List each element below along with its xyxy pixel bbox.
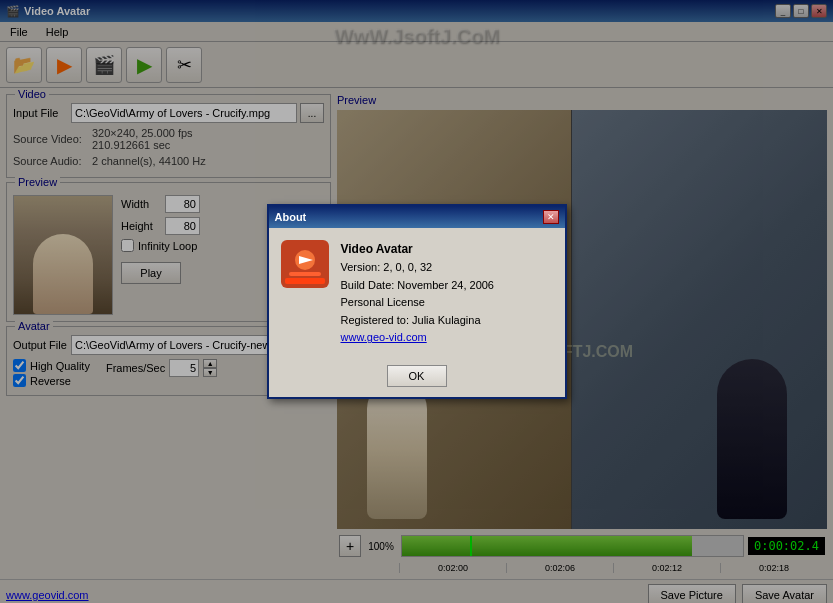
dialog-title: About	[275, 211, 307, 223]
svg-rect-4	[285, 278, 325, 284]
dialog-website-link[interactable]: www.geo-vid.com	[341, 331, 427, 343]
svg-rect-3	[289, 272, 321, 276]
dialog-version: Version: 2, 0, 0, 32	[341, 259, 553, 277]
dialog-license: Personal License	[341, 294, 553, 312]
dialog-title-bar: About ✕	[269, 206, 565, 228]
dialog-app-name: Video Avatar	[341, 240, 553, 259]
ok-button[interactable]: OK	[387, 365, 447, 387]
dialog-footer: OK	[269, 359, 565, 397]
dialog-content: Video Avatar Version: 2, 0, 0, 32 Build …	[269, 228, 565, 359]
dialog-icon	[281, 240, 329, 288]
app-logo-icon	[281, 240, 329, 288]
dialog-close-button[interactable]: ✕	[543, 210, 559, 224]
modal-overlay: About ✕ Video Avatar Version: 2, 0, 0, 3…	[0, 0, 833, 603]
about-dialog: About ✕ Video Avatar Version: 2, 0, 0, 3…	[267, 204, 567, 399]
dialog-info: Video Avatar Version: 2, 0, 0, 32 Build …	[341, 240, 553, 347]
dialog-registered: Registered to: Julia Kulagina	[341, 312, 553, 330]
dialog-build-date: Build Date: November 24, 2006	[341, 277, 553, 295]
